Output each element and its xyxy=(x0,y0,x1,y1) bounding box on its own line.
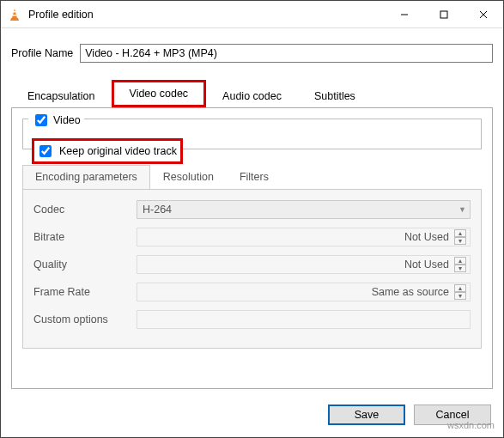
minimize-icon xyxy=(400,10,409,19)
keep-original-row: Keep original video track xyxy=(32,138,183,164)
dialog-window: Profile edition Profile Name Encapsulati… xyxy=(0,0,504,438)
framerate-spinner[interactable]: Same as source ▴▾ xyxy=(137,283,471,301)
framerate-row: Frame Rate Same as source ▴▾ xyxy=(33,283,471,301)
maximize-button[interactable] xyxy=(424,1,464,27)
subtab-filters[interactable]: Filters xyxy=(227,165,282,189)
save-button[interactable]: Save xyxy=(328,405,405,425)
encoding-subtabs: Encoding parameters Resolution Filters xyxy=(22,165,482,189)
profile-name-label: Profile Name xyxy=(11,47,73,59)
codec-value: H-264 xyxy=(143,204,172,216)
tab-audio-codec[interactable]: Audio codec xyxy=(206,84,298,107)
maximize-icon xyxy=(440,10,448,19)
tab-subtitles[interactable]: Subtitles xyxy=(298,84,372,107)
quality-label: Quality xyxy=(33,259,137,271)
quality-row: Quality Not Used ▴▾ xyxy=(33,255,471,274)
quality-value: Not Used xyxy=(404,259,449,271)
spinner-icon: ▴▾ xyxy=(454,229,466,245)
subtab-resolution[interactable]: Resolution xyxy=(150,165,227,189)
vlc-icon xyxy=(8,8,21,21)
window-title: Profile edition xyxy=(28,9,385,21)
custom-options-row: Custom options xyxy=(33,310,471,329)
chevron-down-icon: ▼ xyxy=(458,205,466,214)
spinner-icon: ▴▾ xyxy=(454,257,466,272)
video-checkbox-row: Video xyxy=(28,112,84,129)
svg-rect-1 xyxy=(440,11,447,18)
subtab-encoding[interactable]: Encoding parameters xyxy=(22,165,150,189)
video-codec-panel: Video Keep original video track Encoding… xyxy=(11,107,493,389)
encoding-parameters-panel: Codec H-264 ▼ Bitrate Not Used ▴▾ Qualit… xyxy=(22,189,482,349)
bitrate-spinner[interactable]: Not Used ▴▾ xyxy=(137,228,471,246)
close-button[interactable] xyxy=(464,1,503,27)
codec-row: Codec H-264 ▼ xyxy=(33,200,471,219)
codec-label: Codec xyxy=(33,204,137,216)
codec-select[interactable]: H-264 ▼ xyxy=(137,200,471,219)
bitrate-row: Bitrate Not Used ▴▾ xyxy=(33,228,471,246)
custom-options-input[interactable] xyxy=(137,310,471,329)
close-icon xyxy=(479,10,488,19)
tab-video-codec[interactable]: Video codec xyxy=(112,80,207,107)
main-tabs: Encapsulation Video codec Audio codec Su… xyxy=(11,80,493,107)
titlebar: Profile edition xyxy=(1,1,503,28)
minimize-button[interactable] xyxy=(385,1,424,27)
keep-original-checkbox[interactable] xyxy=(39,145,52,157)
framerate-label: Frame Rate xyxy=(33,286,137,298)
custom-options-label: Custom options xyxy=(33,313,137,325)
keep-original-label: Keep original video track xyxy=(59,145,177,157)
video-fieldset: Video Keep original video track xyxy=(22,119,482,149)
video-checkbox-label: Video xyxy=(53,114,81,126)
profile-name-input[interactable] xyxy=(80,44,493,63)
spinner-icon: ▴▾ xyxy=(454,284,466,300)
bitrate-value: Not Used xyxy=(404,231,449,243)
framerate-value: Same as source xyxy=(372,286,449,298)
window-controls xyxy=(385,1,503,27)
quality-spinner[interactable]: Not Used ▴▾ xyxy=(137,255,471,274)
bitrate-label: Bitrate xyxy=(33,231,137,243)
tab-encapsulation[interactable]: Encapsulation xyxy=(11,84,112,107)
cancel-button[interactable]: Cancel xyxy=(414,405,491,425)
profile-name-row: Profile Name xyxy=(1,28,503,70)
dialog-buttons: Save Cancel xyxy=(1,398,503,437)
video-checkbox[interactable] xyxy=(35,114,47,126)
